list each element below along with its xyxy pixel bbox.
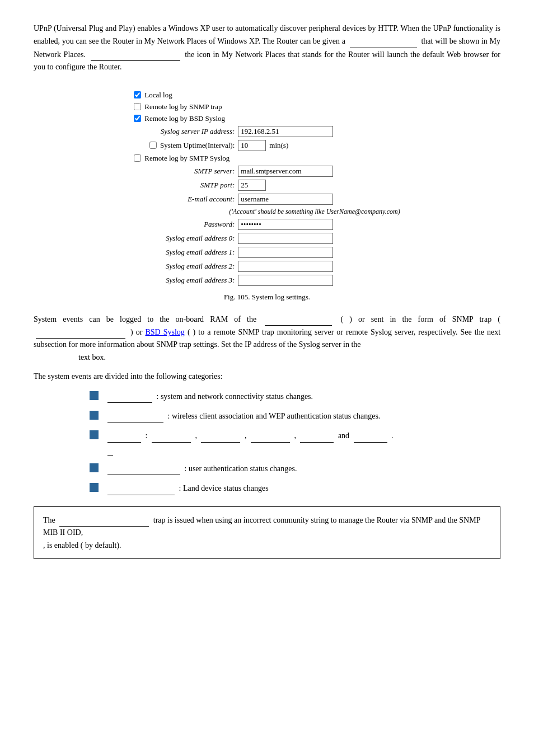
syslog-email1-row: Syslog email address 1:	[134, 247, 400, 258]
syslog-email3-input[interactable]	[238, 275, 333, 286]
bullet-row-0: : system and network connectivity status…	[34, 390, 500, 403]
bullet-row-1: : wireless client association and WEP au…	[34, 410, 500, 422]
password-row: Password:	[134, 219, 400, 230]
email-account-row: E-mail account:	[134, 194, 400, 205]
remote-bsd-label[interactable]: Remote log by BSD Syslog	[134, 114, 225, 123]
password-input[interactable]	[238, 219, 333, 230]
note-box: The trap is issued when using an incorre…	[34, 506, 500, 559]
remote-smtp-label[interactable]: Remote log by SMTP Syslog	[134, 154, 229, 163]
bullet-row-3: : user authentication status changes.	[34, 462, 500, 475]
local-log-checkbox[interactable]	[134, 91, 141, 98]
bullet-section: : system and network connectivity status…	[34, 390, 500, 495]
bullet-icon-2	[90, 430, 99, 439]
bullet-row-4: : Land device status changes	[34, 482, 500, 495]
remote-smtp-row: Remote log by SMTP Syslog	[134, 154, 400, 163]
syslog-email2-input[interactable]	[238, 261, 333, 272]
bsd-syslog-link[interactable]: BSD Syslog	[145, 328, 184, 336]
smtp-port-row: SMTP port:	[134, 180, 400, 191]
syslog-email0-input[interactable]	[238, 233, 333, 244]
remote-snmp-label[interactable]: Remote log by SNMP trap	[134, 102, 222, 111]
smtp-server-row: SMTP server:	[134, 166, 400, 177]
remote-snmp-row: Remote log by SNMP trap	[134, 102, 400, 111]
bullet-icon-0	[90, 391, 99, 400]
body-paragraph2: The system events are divided into the f…	[34, 370, 500, 383]
settings-panel: Local log Remote log by SNMP trap Remote…	[34, 91, 500, 286]
local-log-label[interactable]: Local log	[134, 91, 172, 100]
bullet-row-2: : , , , and .	[34, 429, 500, 456]
intro-paragraph: UPnP (Universal Plug and Play) enables a…	[34, 22, 500, 74]
remote-bsd-checkbox[interactable]	[134, 115, 141, 122]
body-paragraph1: System events can be logged to the on-bo…	[34, 313, 500, 364]
account-hint: ('Account' should be something like User…	[134, 208, 400, 216]
syslog-email1-input[interactable]	[238, 247, 333, 258]
uptime-label[interactable]: System Uptime(Interval):	[145, 141, 235, 150]
bullet-icon-3	[90, 463, 99, 472]
bullet-icon-4	[90, 483, 99, 492]
remote-snmp-checkbox[interactable]	[134, 103, 141, 110]
syslog-email2-row: Syslog email address 2:	[134, 261, 400, 272]
uptime-input[interactable]	[238, 140, 266, 151]
uptime-checkbox[interactable]	[149, 142, 157, 149]
syslog-email0-row: Syslog email address 0:	[134, 233, 400, 244]
local-log-row: Local log	[134, 91, 400, 100]
remote-bsd-row: Remote log by BSD Syslog	[134, 114, 400, 123]
syslog-ip-input[interactable]	[238, 126, 333, 137]
syslog-email3-row: Syslog email address 3:	[134, 275, 400, 286]
fig-caption: Fig. 105. System log settings.	[34, 293, 500, 302]
remote-smtp-checkbox[interactable]	[134, 154, 141, 162]
uptime-row: System Uptime(Interval): min(s)	[134, 140, 400, 151]
smtp-server-input[interactable]	[238, 166, 333, 177]
bullet-icon-1	[90, 411, 99, 420]
email-account-input[interactable]	[238, 194, 333, 205]
smtp-port-input[interactable]	[238, 180, 266, 191]
syslog-ip-row: Syslog server IP address:	[134, 126, 400, 137]
